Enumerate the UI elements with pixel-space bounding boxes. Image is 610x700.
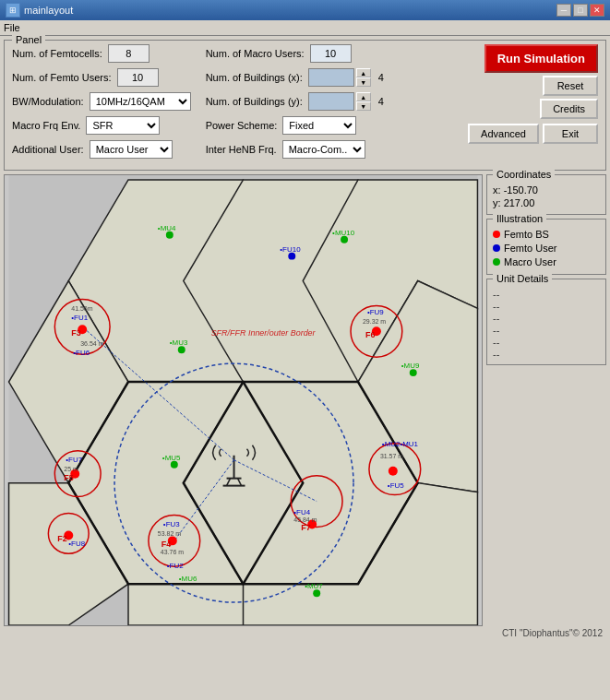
inter-henb-label: Inter HeNB Frq.	[206, 144, 277, 155]
num-macro-users-label: Num. of Macro Users:	[206, 48, 305, 59]
num-buildings-y-input[interactable]	[308, 92, 354, 111]
buildings-y-down[interactable]: ▼	[356, 101, 371, 111]
num-buildings-y-label: Num. of Buildings (y):	[206, 96, 303, 107]
svg-text:•MU3: •MU3	[170, 338, 188, 347]
svg-text:•FU10: •FU10	[280, 245, 301, 254]
simulation-canvas[interactable]: SFR/FFR Inner/outer Border	[4, 174, 483, 626]
svg-text:25 m: 25 m	[64, 466, 78, 472]
svg-text:•FU1: •FU1	[71, 314, 88, 322]
illustration-group: Illustration Femto BS Femto User Macro U…	[486, 219, 606, 275]
svg-point-55	[389, 467, 398, 476]
credits-button[interactable]: Credits	[540, 99, 598, 119]
svg-text:•FU5: •FU5	[388, 481, 404, 490]
buildings-x-down[interactable]: ▼	[356, 77, 371, 87]
num-macro-users-input[interactable]	[310, 44, 352, 63]
svg-text:•FU8: •FU8	[68, 540, 85, 548]
num-femto-input[interactable]	[108, 44, 150, 63]
svg-text:•FU2: •FU2	[167, 562, 184, 570]
reset-button[interactable]: Reset	[543, 76, 598, 96]
bw-select[interactable]: 10MHz/16QAM 5MHz/QPSK 20MHz/64QAM	[90, 92, 191, 111]
footer-text: CTI "Diophantus"© 2012	[502, 628, 603, 638]
run-simulation-button[interactable]: Run Simulation	[484, 44, 598, 73]
femto-user-dot	[493, 244, 500, 252]
unit-detail-5: --	[493, 337, 600, 348]
svg-text:SFR/FFR Inner/outer Border: SFR/FFR Inner/outer Border	[211, 328, 317, 338]
num-buildings-x-input[interactable]	[308, 68, 354, 87]
menu-bar: File	[0, 20, 610, 36]
power-scheme-select[interactable]: Fixed Dynamic Adaptive	[282, 116, 356, 135]
macro-frq-select[interactable]: SFR FFR Reuse-1	[86, 116, 160, 135]
num-buildings-x-label: Num. of Buildings (x):	[206, 72, 303, 83]
femto-bs-dot	[493, 231, 500, 238]
svg-text:43.76 m: 43.76 m	[161, 549, 184, 555]
svg-text:29.32 m: 29.32 m	[363, 318, 386, 325]
svg-point-66	[178, 346, 185, 353]
y-value: 217.00	[504, 197, 535, 208]
advanced-button[interactable]: Advanced	[468, 124, 539, 144]
unit-detail-1: --	[493, 289, 600, 300]
title-bar: ⊞ mainlayout ─ □ ✕	[0, 0, 610, 20]
additional-user-select[interactable]: Macro User Femto User	[90, 140, 173, 159]
coordinates-group: Coordinates x: -150.70 y: 217.00	[486, 174, 606, 215]
x-label: x:	[493, 184, 501, 196]
svg-text:•MU2•MU1: •MU2•MU1	[382, 440, 419, 448]
svg-point-74	[288, 253, 295, 260]
unit-detail-6: --	[493, 349, 600, 360]
minimize-button[interactable]: ─	[556, 4, 571, 17]
close-button[interactable]: ✕	[590, 4, 604, 17]
maximize-button[interactable]: □	[573, 4, 588, 17]
y-label: y:	[493, 197, 501, 208]
svg-point-68	[410, 369, 417, 376]
svg-text:F4: F4	[161, 540, 171, 549]
svg-text:•MU10: •MU10	[332, 229, 355, 237]
menu-file[interactable]: File	[4, 22, 20, 33]
num-femto-users-label: Num. of Femto Users:	[12, 72, 112, 83]
inter-henb-select[interactable]: Macro-Com... Random Fixed	[282, 140, 365, 159]
svg-text:•FU7: •FU7	[66, 456, 82, 464]
num-femto-users-input[interactable]	[117, 68, 159, 87]
svg-text:F7: F7	[301, 523, 310, 532]
buildings-x-up[interactable]: ▲	[356, 68, 371, 77]
svg-text:31.57 m: 31.57 m	[380, 453, 403, 459]
unit-details-legend: Unit Details	[493, 273, 552, 284]
num-buildings-x-value: 4	[378, 72, 384, 83]
femto-bs-label: Femto BS	[504, 229, 549, 240]
app-icon: ⊞	[6, 3, 20, 18]
unit-details-group: Unit Details -- -- -- -- -- --	[486, 279, 606, 365]
svg-text:•FU3: •FU3	[163, 520, 180, 528]
femto-user-label: Femto User	[504, 243, 556, 254]
illustration-legend: Illustration	[493, 213, 546, 224]
svg-text:F2: F2	[57, 534, 66, 543]
svg-text:•MU4: •MU4	[158, 224, 176, 232]
num-buildings-y-value: 4	[378, 96, 384, 107]
bw-label: BW/Modulation:	[12, 96, 84, 107]
svg-text:•FU9: •FU9	[367, 308, 384, 316]
macro-user-label: Macro User	[504, 256, 556, 267]
window-title: mainlayout	[24, 5, 73, 16]
coordinates-legend: Coordinates	[493, 169, 555, 180]
svg-text:F5: F5	[64, 473, 73, 482]
macro-user-dot	[493, 258, 500, 266]
unit-detail-4: --	[493, 325, 600, 336]
svg-point-72	[313, 589, 320, 597]
footer: CTI "Diophantus"© 2012	[4, 626, 606, 640]
svg-text:41.56m: 41.56m	[71, 305, 92, 312]
svg-text:45.84 m: 45.84 m	[293, 516, 317, 523]
num-femto-label: Num. of Femtocells:	[12, 48, 102, 59]
unit-detail-3: --	[493, 313, 600, 324]
macro-frq-label: Macro Frq Env.	[12, 120, 80, 131]
svg-text:F6: F6	[365, 330, 375, 339]
svg-text:53.82 m: 53.82 m	[158, 530, 181, 537]
svg-point-62	[166, 231, 173, 239]
x-value: -150.70	[504, 184, 538, 196]
panel-legend: Panel	[12, 34, 45, 45]
panel-group: Panel Num. of Femtocells: Num. of Femto …	[4, 40, 606, 171]
buildings-y-up[interactable]: ▲	[356, 92, 371, 101]
svg-text:•MU7: •MU7	[305, 582, 323, 590]
svg-text:36.54 m: 36.54 m	[80, 340, 103, 347]
svg-text:•MU5: •MU5	[162, 454, 181, 462]
additional-user-label: Additional User:	[12, 144, 84, 155]
exit-button[interactable]: Exit	[543, 124, 598, 144]
svg-point-70	[171, 461, 178, 469]
power-scheme-label: Power Scheme:	[206, 120, 278, 131]
